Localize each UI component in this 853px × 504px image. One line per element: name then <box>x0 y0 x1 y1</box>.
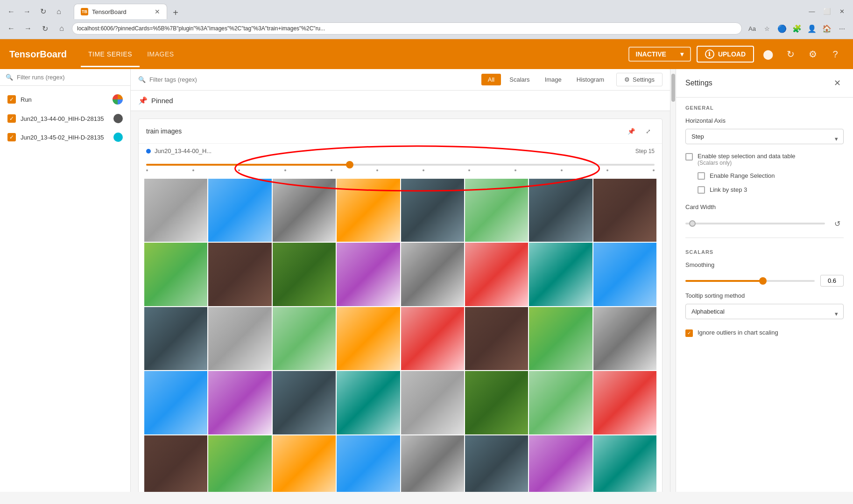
back-button[interactable]: ← <box>5 5 18 18</box>
slider-dot <box>238 169 240 171</box>
address-forward-button[interactable]: → <box>21 22 35 35</box>
run-item-2[interactable]: ✓ Jun20_13-45-02_HIH-D-28135 <box>0 128 130 147</box>
slider-fill <box>146 164 350 166</box>
image-cell <box>401 307 464 370</box>
run-color-1 <box>113 114 123 123</box>
filter-runs-input[interactable] <box>17 74 125 81</box>
image-cell <box>593 179 656 242</box>
pinned-card-actions: 📌 ⤢ <box>625 125 655 138</box>
filter-image-button[interactable]: Image <box>538 74 568 85</box>
settings-close-button[interactable]: ✕ <box>831 77 844 90</box>
ignore-outliers-label: Ignore outliers in chart scaling <box>698 329 778 337</box>
tab-bar: TB TensorBoard ✕ + <box>69 4 187 19</box>
smoothing-thumb[interactable] <box>759 277 767 285</box>
settings-gear-icon[interactable]: ⚙ <box>804 46 821 63</box>
card-width-label: Card Width <box>676 201 853 213</box>
run-checkbox-2[interactable]: ✓ <box>7 133 16 141</box>
pinned-card-wrapper: train images 📌 ⤢ Jun20_13-44-00_H... <box>131 111 670 492</box>
ignore-outliers-checkbox[interactable]: ✓ <box>685 329 693 337</box>
image-cell <box>208 243 271 306</box>
refresh-icon[interactable]: ↻ <box>782 46 799 63</box>
smoothing-slider[interactable] <box>685 280 815 282</box>
inactive-dropdown[interactable]: INACTIVE ▾ <box>628 47 691 62</box>
run-color-2 <box>113 133 123 142</box>
enable-range-checkbox[interactable] <box>698 172 705 180</box>
address-refresh-button[interactable]: ↻ <box>38 22 51 35</box>
pinned-section-header: 📌 Pinned <box>131 91 670 111</box>
cards-scroll[interactable]: 📌 Pinned train images 📌 ⤢ <box>131 91 670 492</box>
forward-button[interactable]: → <box>21 5 34 18</box>
card-width-slider[interactable] <box>685 223 825 224</box>
step-selection-checkbox[interactable] <box>685 153 693 161</box>
scroll-bar-area[interactable] <box>670 69 676 492</box>
extension2-button[interactable]: 🧩 <box>790 22 804 35</box>
run-checkbox-all[interactable]: ✓ <box>7 95 16 104</box>
horizontal-axis-select[interactable]: Step Relative Wall <box>685 129 844 144</box>
pin-card-button[interactable]: 📌 <box>625 125 638 138</box>
expand-card-button[interactable]: ⤢ <box>642 125 655 138</box>
run-list: ✓ Run ✓ Jun20_13-44-00_HIH-D-28135 ✓ Jun… <box>0 86 130 492</box>
extension4-button[interactable]: 🏠 <box>820 22 833 35</box>
card-width-reset-button[interactable]: ↺ <box>831 217 844 230</box>
run-dot <box>146 149 151 154</box>
filter-histogram-button[interactable]: Histogram <box>570 74 611 85</box>
new-tab-button[interactable]: + <box>169 6 182 19</box>
reader-mode-button[interactable]: Aa <box>746 22 759 35</box>
close-window-button[interactable]: ✕ <box>835 5 848 18</box>
run-label-all: Run <box>21 96 108 103</box>
image-cell <box>401 435 464 492</box>
slider-thumb[interactable] <box>346 161 353 168</box>
tab-close-button[interactable]: ✕ <box>155 8 160 15</box>
settings-button[interactable]: ⚙ Settings <box>616 73 663 86</box>
maximize-button[interactable]: ⬜ <box>820 5 833 18</box>
image-cell <box>401 243 464 306</box>
run-item-1[interactable]: ✓ Jun20_13-44-00_HIH-D-28135 <box>0 109 130 128</box>
active-tab[interactable]: TB TensorBoard ✕ <box>74 4 167 19</box>
dark-mode-icon[interactable]: ⬤ <box>760 46 776 63</box>
minimize-button[interactable]: — <box>805 5 818 18</box>
bookmark-button[interactable]: ☆ <box>761 22 774 35</box>
run-checkbox-1[interactable]: ✓ <box>7 114 16 123</box>
run-item-all[interactable]: ✓ Run <box>0 90 130 109</box>
extension3-button[interactable]: 👤 <box>805 22 818 35</box>
filter-tags-input[interactable] <box>149 76 228 83</box>
extension1-button[interactable]: 🔵 <box>775 22 789 35</box>
refresh-button[interactable]: ↻ <box>36 5 49 18</box>
filter-scalars-button[interactable]: Scalars <box>503 74 536 85</box>
slider-dot <box>606 169 608 171</box>
help-icon[interactable]: ? <box>827 46 844 63</box>
image-grid <box>139 177 662 492</box>
address-home-button[interactable]: ⌂ <box>55 22 68 35</box>
nav-time-series[interactable]: TIME SERIES <box>81 41 140 67</box>
browser-action-buttons: — ⬜ ✕ <box>805 5 848 18</box>
image-cell <box>529 371 592 434</box>
slider-dot <box>423 169 424 171</box>
browser-titlebar: ← → ↻ ⌂ TB TensorBoard ✕ + — ⬜ ✕ <box>0 0 853 19</box>
step-selection-label: Enable step selection and data table (Sc… <box>698 153 796 166</box>
filter-all-button[interactable]: All <box>481 74 501 85</box>
upload-button[interactable]: ℹ UPLOAD <box>697 46 754 63</box>
settings-label: Settings <box>633 76 655 83</box>
image-cell <box>273 243 336 306</box>
run-color-palette <box>113 94 123 105</box>
link-by-step-row: Link by step 3 <box>676 183 853 197</box>
image-cell <box>208 371 271 434</box>
image-cell <box>273 307 336 370</box>
more-button[interactable]: ⋯ <box>835 22 848 35</box>
link-by-step-checkbox[interactable] <box>698 186 705 194</box>
tooltip-select[interactable]: Alphabetical Ascending Descending None <box>685 304 844 319</box>
nav-images[interactable]: IMAGES <box>140 41 181 67</box>
settings-icon: ⚙ <box>624 76 630 83</box>
scroll-bar-thumb[interactable] <box>671 74 675 102</box>
image-cell <box>337 307 400 370</box>
slider-dots <box>146 169 655 171</box>
smoothing-value[interactable]: 0.6 <box>820 275 844 287</box>
step-selection-sub: (Scalars only) <box>698 160 796 166</box>
image-cell <box>465 243 528 306</box>
card-width-thumb[interactable] <box>689 220 696 227</box>
settings-panel-title: Settings <box>685 79 831 87</box>
address-back-button[interactable]: ← <box>5 22 18 35</box>
image-cell <box>593 435 656 492</box>
home-button[interactable]: ⌂ <box>52 5 65 18</box>
address-input[interactable] <box>72 22 742 35</box>
